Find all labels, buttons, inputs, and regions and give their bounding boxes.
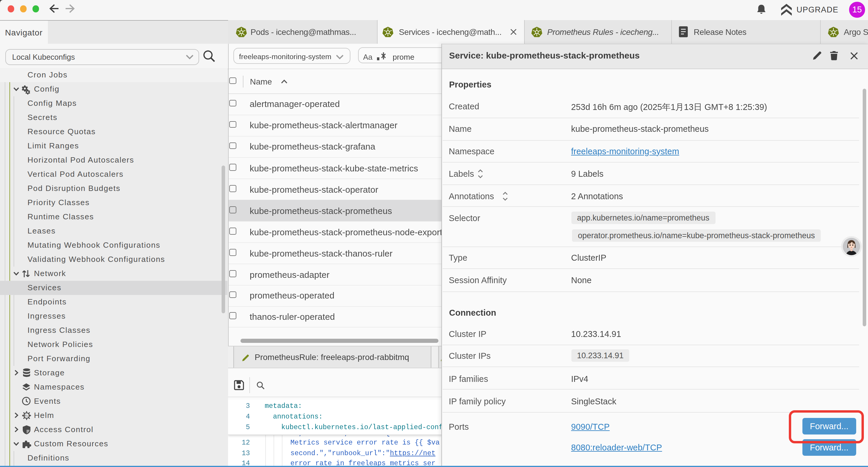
svg-text:HELM: HELM [22,414,31,417]
